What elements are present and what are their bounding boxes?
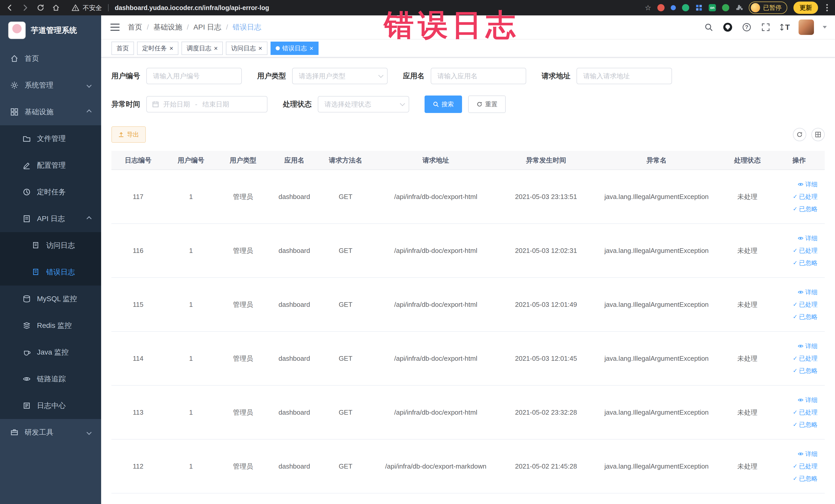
cell-app: dashboard [269,355,320,363]
user-id-input[interactable] [146,68,242,84]
filter-user-type: 用户类型 请选择用户类型 [257,68,388,84]
search-button[interactable]: 搜索 [425,96,462,113]
tab-schedule-log[interactable]: 调度日志 × [182,42,223,55]
filter-user-id: 用户编号 [111,68,242,84]
breadcrumb-item[interactable]: 首页 [128,22,142,32]
action-mark-ignored[interactable]: ✓已忽略 [793,259,817,267]
cell-exception: java.lang.IllegalArgumentException [592,301,721,309]
action-mark-processed[interactable]: ✓已处理 [793,193,817,201]
user-avatar[interactable] [798,20,814,35]
sidebar-item-java-monitor[interactable]: Java 监控 [0,339,101,366]
sidebar-item-dev-tools[interactable]: 研发工具 [0,419,101,446]
action-detail[interactable]: 详细 [797,342,817,350]
sidebar-toggle-icon[interactable] [110,24,120,31]
cell-actions: 详细 ✓已处理 ✓已忽略 [773,180,825,213]
sidebar-item-file-management[interactable]: 文件管理 [0,125,101,152]
reset-button[interactable]: 重置 [468,96,506,113]
url-text[interactable]: dashboard.yudao.iocoder.cn/infra/log/api… [115,4,269,12]
action-mark-ignored[interactable]: ✓已忽略 [793,205,817,213]
cell-user-id: 1 [165,355,217,363]
sidebar-item-access-log[interactable]: 访问日志 [0,232,101,259]
tab-home[interactable]: 首页 [111,42,134,55]
forward-icon[interactable] [21,3,30,12]
action-detail[interactable]: 详细 [797,180,817,188]
app-logo[interactable]: 芋道管理系统 [0,15,101,45]
gear-icon [10,81,19,89]
breadcrumb-item[interactable]: API 日志 [194,22,222,32]
action-mark-processed[interactable]: ✓已处理 [793,462,817,470]
user-type-select[interactable]: 请选择用户类型 [292,68,388,84]
request-url-label: 请求地址 [542,71,570,81]
close-icon[interactable]: × [214,45,218,52]
avatar-caret-icon[interactable] [823,26,827,28]
page-header: 首页 / 基础设施 / API 日志 / 错误日志 [101,15,835,40]
browser-home-icon[interactable] [51,3,61,12]
close-icon[interactable]: × [309,45,313,52]
font-size-icon[interactable]: T [779,22,790,32]
action-detail[interactable]: 详细 [797,396,817,404]
action-mark-processed[interactable]: ✓已处理 [793,300,817,309]
export-button[interactable]: 导出 [111,126,146,143]
tab-scheduled-tasks[interactable]: 定时任务 × [137,42,178,55]
edit-icon [23,161,31,169]
filter-request-url: 请求地址 [542,68,672,84]
process-status-select[interactable]: 请选择处理状态 [318,96,409,113]
profile-paused-badge[interactable]: 已暂停 [749,2,787,14]
search-icon[interactable] [704,22,714,32]
sidebar-item-error-log[interactable]: 错误日志 [0,259,101,285]
close-icon[interactable]: × [258,45,262,52]
action-mark-ignored[interactable]: ✓已忽略 [793,421,817,429]
cell-url: /api/infra/db-doc/export-html [371,408,500,417]
security-label[interactable]: 不安全 [83,4,102,12]
sidebar-item-redis-monitor[interactable]: Redis 监控 [0,312,101,339]
column-settings-button[interactable] [811,128,825,141]
cell-actions: 详细 ✓已处理 ✓已忽略 [773,396,825,429]
tab-error-log[interactable]: 错误日志 × [270,42,319,55]
close-icon[interactable]: × [169,45,173,52]
cell-user-type: 管理员 [217,354,269,363]
sidebar-item-home[interactable]: 首页 [0,45,101,72]
chevron-up-icon [86,216,91,221]
refresh-table-button[interactable] [793,128,806,141]
back-icon[interactable] [5,3,14,12]
reload-icon[interactable] [36,3,45,12]
tags-view-bar: 首页 定时任务 × 调度日志 × 访问日志 × 错误日志 × [101,40,835,58]
sidebar-item-scheduled-tasks[interactable]: 定时任务 [0,179,101,205]
extension-icon-red[interactable] [657,4,665,11]
breadcrumb-item[interactable]: 基础设施 [154,22,182,32]
update-button[interactable]: 更新 [793,2,818,14]
extension-icon-green[interactable] [682,4,689,11]
action-mark-ignored[interactable]: ✓已忽略 [793,475,817,483]
java-icon [23,348,31,356]
sidebar-item-api-logs[interactable]: API 日志 [0,205,101,232]
action-mark-ignored[interactable]: ✓已忽略 [793,367,817,375]
extension-icon-puzzle[interactable] [735,4,742,11]
action-detail[interactable]: 详细 [797,234,817,242]
github-icon[interactable] [722,22,733,32]
bookmark-star-icon[interactable]: ☆ [645,4,651,12]
extension-icon-on[interactable]: on [709,4,716,11]
sidebar-item-mysql-monitor[interactable]: MySQL 监控 [0,285,101,312]
action-mark-processed[interactable]: ✓已处理 [793,354,817,363]
extension-icon-grid[interactable] [695,4,702,11]
action-mark-processed[interactable]: ✓已处理 [793,246,817,255]
extension-icon-blue[interactable] [671,5,676,10]
tab-access-log[interactable]: 访问日志 × [226,42,267,55]
extension-icon-leaf[interactable] [722,4,729,11]
sidebar-item-trace[interactable]: 链路追踪 [0,366,101,392]
action-mark-processed[interactable]: ✓已处理 [793,408,817,417]
exception-time-range-input[interactable]: 开始日期 - 结束日期 [146,96,267,113]
request-url-input[interactable] [576,68,672,84]
app-name-input[interactable] [431,68,526,84]
action-detail[interactable]: 详细 [797,288,817,296]
sidebar-item-log-center[interactable]: 日志中心 [0,392,101,419]
cell-log-id: 114 [111,355,165,363]
action-mark-ignored[interactable]: ✓已忽略 [793,313,817,321]
browser-menu-icon[interactable] [824,3,830,12]
sidebar-item-system-management[interactable]: 系统管理 [0,72,101,99]
help-icon[interactable]: ? [741,22,752,32]
sidebar-item-config-management[interactable]: 配置管理 [0,152,101,179]
fullscreen-icon[interactable] [760,22,771,32]
action-detail[interactable]: 详细 [797,450,817,458]
sidebar-item-infrastructure[interactable]: 基础设施 [0,99,101,125]
